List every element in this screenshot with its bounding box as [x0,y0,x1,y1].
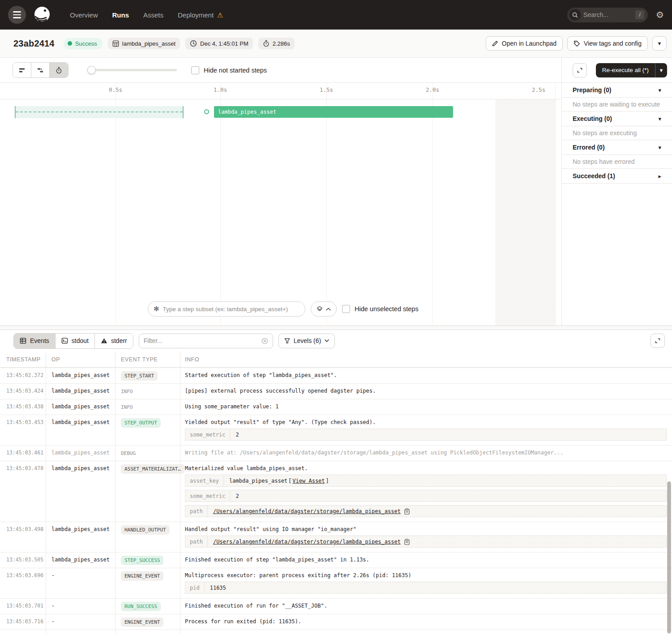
nav-item-assets[interactable]: Assets [143,11,163,19]
search-input[interactable] [583,11,633,18]
metadata-link[interactable]: /Users/alangenfeld/data/dagster/storage/… [213,539,401,545]
cell-op: lambda_pipes_asset [46,553,116,568]
event-type-tag: ENGINE_EVENT [121,571,163,581]
cell-info: [pipes] external process successfully op… [180,384,672,399]
op-selector-icon: ✻ [154,305,159,313]
event-row[interactable]: 13:45:03.453 lambda_pipes_asset STEP_OUT… [0,415,672,446]
zoom-slider-handle[interactable] [87,66,96,74]
step-subset-input[interactable] [163,306,300,313]
event-row[interactable]: 13:45:03.470 lambda_pipes_asset ASSET_MA… [0,461,672,522]
cell-timestamp: 13:45:03.498 [0,522,46,552]
section-executing[interactable]: Executing (0) ▾ [562,111,672,126]
global-search[interactable]: / [567,8,648,22]
graph-query-toggle-button[interactable] [311,301,337,317]
event-row[interactable]: 13:45:03.424 lambda_pipes_asset INFO [pi… [0,384,672,399]
levels-dropdown[interactable]: Levels (6) [278,334,335,348]
expand-icon [577,67,583,73]
reexecute-caret-button[interactable]: ▼ [655,63,667,77]
tab-stdout[interactable]: stdout [56,334,95,348]
metadata-value: 11635 [205,582,666,593]
log-scrollbar-thumb[interactable] [667,481,671,634]
copy-icon[interactable] [404,539,410,545]
expand-log-button[interactable] [651,334,665,348]
deployment-warning-icon: ⚠ [217,12,223,18]
nav-item-runs[interactable]: Runs [112,11,129,19]
waterfall-view-button[interactable] [31,63,50,77]
panel-splitter[interactable] [0,326,672,330]
section-preparing-body: No steps are waiting to execute [562,98,672,111]
event-row[interactable]: 13:45:03.696 - ENGINE_EVENT Multiprocess… [0,568,672,599]
event-row[interactable]: 13:45:03.701 - RUN_SUCCESS Finished exec… [0,599,672,614]
flat-view-button[interactable] [13,63,31,77]
step-subset-filter[interactable]: ✻ [148,301,305,317]
event-row[interactable]: 13:45:03.716 - ENGINE_EVENT Process for … [0,614,672,630]
metadata-value: /Users/alangenfeld/data/dagster/storage/… [208,505,666,517]
nav-item-overview[interactable]: Overview [70,11,98,19]
event-row[interactable]: 13:45:02.372 lambda_pipes_asset STEP_STA… [0,368,672,384]
pencil-icon [492,40,498,47]
cell-info: Process for run exited (pid: 11635). [180,614,672,630]
section-succeeded[interactable]: Succeeded (1) ▸ [562,169,672,184]
nav-item-deployment[interactable]: Deployment ⚠ [178,11,223,19]
reexecute-all-button[interactable]: Re-execute all (*) ▼ [596,63,667,77]
gantt-step-bar[interactable]: lambda_pipes_asset [214,106,453,118]
tab-events[interactable]: Events [14,334,56,348]
cell-info: Yielded output "result" of type "Any". (… [180,415,672,445]
hide-unselected-checkbox[interactable] [342,305,350,313]
gear-icon[interactable]: ⚙ [656,9,664,20]
info-message: Using some_parameter value: 1 [185,402,667,410]
cell-event-type: STEP_OUTPUT [116,415,180,445]
terminal-icon [61,338,68,344]
cell-timestamp: 13:45:03.470 [0,461,46,522]
event-row[interactable]: 13:45:03.461 lambda_pipes_asset DEBUG Wr… [0,446,672,461]
event-type-tag: HANDLED_OUTPUT [121,525,170,535]
section-errored[interactable]: Errored (0) ▾ [562,140,672,155]
metadata-link[interactable]: View Asset [292,478,325,484]
log-filter[interactable] [139,334,273,348]
tab-stderr[interactable]: stderr [95,334,133,348]
zoom-slider[interactable] [87,66,177,75]
cell-event-type: INFO [116,384,180,399]
metadata-value: 2 [230,429,666,440]
clear-filter-icon[interactable] [261,338,268,344]
hide-not-started-checkbox[interactable] [191,66,199,74]
cell-op: lambda_pipes_asset [46,384,116,399]
chevron-down-icon: ▾ [658,87,661,94]
info-message: Started execution of step "lambda_pipes_… [185,371,667,378]
event-row[interactable]: 13:45:03.438 lambda_pipes_asset INFO Usi… [0,399,672,415]
log-filter-input[interactable] [144,337,258,344]
axis-tick: 1.0s [214,86,227,93]
run-actions-caret-button[interactable]: ▼ [652,36,667,51]
metadata-table: path/Users/alangenfeld/data/dagster/stor… [185,535,667,548]
run-body: Hide not started steps 0.5s 1.0s 1.5s 2.… [0,58,672,326]
event-row[interactable]: 13:45:03.498 lambda_pipes_asset HANDLED_… [0,522,672,553]
metadata-link[interactable]: /Users/alangenfeld/data/dagster/storage/… [213,508,401,514]
log-tab-switcher: Events stdout stderr [13,333,133,349]
event-row[interactable]: 13:45:03.505 lambda_pipes_asset STEP_SUC… [0,553,672,568]
copy-icon[interactable] [404,508,410,514]
view-tags-config-button[interactable]: View tags and config [567,36,648,51]
metadata-key: path [185,505,208,517]
event-type-tag: ENGINE_EVENT [121,617,163,627]
open-launchpad-button[interactable]: Open in Launchpad [486,36,563,51]
cell-event-type: ENGINE_EVENT [116,568,180,598]
axis-tick: 1.5s [320,86,333,93]
cell-timestamp: 13:45:03.453 [0,415,46,445]
cell-event-type: DEBUG [116,446,180,461]
time-axis: 0.5s 1.0s 1.5s 2.0s 2.5s [0,83,561,99]
timed-view-button[interactable] [50,63,68,77]
dagster-logo-icon[interactable] [32,5,52,25]
section-executing-body: No steps are executing [562,126,672,140]
expand-gantt-button[interactable] [573,63,587,77]
menu-button[interactable] [8,6,26,24]
section-preparing[interactable]: Preparing (0) ▾ [562,83,672,98]
cell-info: Using some_parameter value: 1 [180,399,672,415]
search-shortcut-badge: / [635,10,644,19]
metadata-value: lambda_pipes_asset [View Asset] [224,475,666,486]
section-errored-body: No steps have errored [562,155,672,169]
axis-tick: 2.0s [426,86,439,93]
clock-icon [190,40,197,47]
warning-triangle-icon [101,338,107,344]
status-badge: Success [64,38,103,49]
job-pill[interactable]: lambda_pipes_asset [108,38,180,49]
